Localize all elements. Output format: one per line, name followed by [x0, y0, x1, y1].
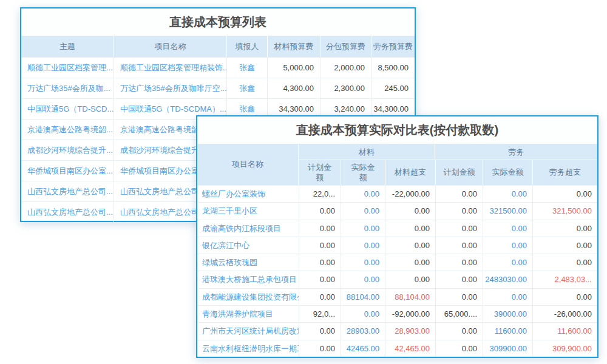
budget-list-header-row: 主题 项目名称 填报人 材料预算费 分包预算费 劳务预算费 — [21, 36, 415, 57]
material-actual-link[interactable]: 0.00 — [341, 271, 385, 288]
col-header-subject: 主题 — [21, 36, 114, 57]
material-actual-link[interactable]: 42465.00 — [341, 340, 385, 357]
labor-fee-value: 8,500.00 — [371, 58, 415, 78]
labor-actual-link[interactable]: 0.00 — [483, 186, 532, 202]
labor-plan-value: 0.00 — [435, 237, 483, 254]
subject-link[interactable]: 万达广场35#会所及咖... — [21, 78, 114, 98]
reporter-link[interactable]: 张鑫 — [226, 58, 267, 78]
labor-actual-link[interactable]: 39000.00 — [483, 306, 532, 322]
labor-overrun-value: 0.00 — [532, 237, 597, 254]
material-plan-value: 92,0... — [299, 306, 341, 322]
project-link[interactable]: 万达广场35#会所及咖啡厅空... — [114, 78, 226, 98]
subject-link[interactable]: 成都沙河环境综合提升... — [21, 140, 114, 160]
col-header-reporter: 填报人 — [226, 36, 267, 57]
labor-actual-link[interactable]: 0.00 — [483, 220, 532, 237]
col-header-material-actual: 实际金额 — [341, 160, 385, 185]
table-row: 螺丝厂办公室装饰 22,0... 0.00 -22,000.00 0.00 0.… — [197, 185, 597, 202]
labor-overrun-value: 309,900.00 — [532, 340, 597, 357]
subcontract-fee-value: 2,000.00 — [320, 58, 371, 78]
project-name-link[interactable]: 龙湖三千里小区 — [197, 203, 299, 219]
material-plan-value: 0.00 — [299, 271, 341, 288]
labor-plan-value: 0.00 — [435, 203, 483, 219]
reporter-link[interactable]: 张鑫 — [226, 78, 267, 98]
labor-actual-link[interactable]: 2483030.00 — [483, 271, 532, 288]
labor-overrun-value: 0.00 — [532, 254, 597, 271]
table-row: 成渝高铁内江标段项目 0.00 0.00 0.00 0.00 0.00 0.00 — [197, 220, 597, 237]
material-actual-link[interactable]: 0.00 — [341, 306, 385, 322]
material-plan-value: 0.00 — [299, 254, 341, 271]
table-row: 绿城云栖玫瑰园 0.00 0.00 0.00 0.00 0.00 0.00 — [197, 254, 597, 271]
labor-overrun-value: 321,500.00 — [532, 203, 597, 219]
col-header-subcontract-fee: 分包预算费 — [320, 36, 371, 57]
labor-actual-link[interactable]: 321500.00 — [483, 203, 532, 219]
project-name-link[interactable]: 云南水利枢纽潜明水库一期工 — [197, 340, 299, 357]
labor-overrun-value: 11,600.00 — [532, 323, 597, 339]
table-row: 港珠澳大桥施工总承包项目 0.00 0.00 0.00 0.00 2483030… — [197, 271, 597, 288]
labor-overrun-value: 0.00 — [532, 289, 597, 305]
material-plan-value: 0.00 — [299, 220, 341, 237]
subject-link[interactable]: 京港澳高速公路粤境韶... — [21, 120, 114, 140]
project-name-link[interactable]: 绿城云栖玫瑰园 — [197, 254, 299, 271]
group-header-material: 材料 — [299, 144, 435, 160]
material-overrun-value: 0.00 — [385, 254, 435, 271]
labor-overrun-value: -26,000.00 — [532, 306, 597, 322]
labor-plan-value: 0.00 — [435, 254, 483, 271]
material-overrun-value: 88,104.00 — [385, 289, 435, 305]
project-name-link[interactable]: 螺丝厂办公室装饰 — [197, 186, 299, 202]
material-actual-link[interactable]: 88104.00 — [341, 289, 385, 305]
project-name-link[interactable]: 成都能源建设集团投资有限公 — [197, 289, 299, 305]
col-header-labor-fee: 劳务预算费 — [371, 36, 415, 57]
group-header-labor: 劳务 — [435, 144, 597, 160]
labor-plan-value: 0.00 — [435, 186, 483, 202]
subject-link[interactable]: 华侨城项目南区办公室... — [21, 161, 114, 181]
labor-actual-link[interactable]: 309900.00 — [483, 340, 532, 357]
labor-actual-link[interactable]: 0.00 — [483, 254, 532, 271]
table-row: 银亿滨江中心 0.00 0.00 0.00 0.00 0.00 0.00 — [197, 237, 597, 254]
labor-actual-link[interactable]: 11600.00 — [483, 323, 532, 339]
material-plan-value: 0.00 — [299, 203, 341, 219]
table-row: 成都能源建设集团投资有限公 0.00 88104.00 88,104.00 0.… — [197, 288, 597, 305]
table-row: 龙湖三千里小区 0.00 0.00 0.00 0.00 321500.00 32… — [197, 202, 597, 219]
material-actual-link[interactable]: 0.00 — [341, 254, 385, 271]
project-link[interactable]: 顺德工业园区档案管理精装饰... — [114, 58, 226, 78]
labor-plan-value: 65,000.... — [435, 306, 483, 322]
project-name-link[interactable]: 青海洪湖养护院项目 — [197, 306, 299, 322]
material-overrun-value: 0.00 — [385, 237, 435, 254]
project-name-link[interactable]: 广州市天河区统计局机房改造 — [197, 323, 299, 339]
material-plan-value: 0.00 — [299, 237, 341, 254]
labor-overrun-value: 0.00 — [532, 186, 597, 202]
col-header-project-name: 项目名称 — [197, 144, 299, 185]
col-header-material-fee: 材料预算费 — [267, 36, 320, 57]
material-overrun-value: -22,000.00 — [385, 186, 435, 202]
compare-table-header: 项目名称 材料 劳务 计划金额 实际金额 材料超支 计划金额 实际金额 劳务超支 — [197, 144, 597, 185]
material-actual-link[interactable]: 0.00 — [341, 186, 385, 202]
material-overrun-value: 42,465.00 — [385, 340, 435, 357]
budget-actual-compare-window: 直接成本预算实际对比表(按付款取数) 项目名称 材料 劳务 计划金额 实际金额 … — [196, 115, 599, 358]
material-actual-link[interactable]: 0.00 — [341, 237, 385, 254]
labor-fee-value: 245.00 — [371, 78, 415, 98]
labor-actual-link[interactable]: 0.00 — [483, 237, 532, 254]
project-name-link[interactable]: 港珠澳大桥施工总承包项目 — [197, 271, 299, 288]
table-row: 顺德工业园区档案管理... 顺德工业园区档案管理精装饰... 张鑫 5,000.… — [21, 57, 415, 78]
material-plan-value: 0.00 — [299, 340, 341, 357]
material-fee-value: 4,300.00 — [267, 78, 320, 98]
material-plan-value: 0.00 — [299, 289, 341, 305]
project-name-link[interactable]: 成渝高铁内江标段项目 — [197, 220, 299, 237]
material-actual-link[interactable]: 0.00 — [341, 220, 385, 237]
subject-link[interactable]: 山西弘文房地产总公司... — [21, 202, 114, 222]
labor-actual-link[interactable]: 0.00 — [483, 289, 532, 305]
labor-plan-value: 0.00 — [435, 340, 483, 357]
subject-link[interactable]: 中国联通5G（TD-SCD... — [21, 99, 114, 119]
subject-link[interactable]: 山西弘文房地产总公司... — [21, 181, 114, 201]
material-overrun-value: 0.00 — [385, 203, 435, 219]
col-header-material-overrun: 材料超支 — [385, 160, 435, 185]
material-overrun-value: 28,903.00 — [385, 323, 435, 339]
material-actual-link[interactable]: 28903.00 — [341, 323, 385, 339]
budget-compare-title: 直接成本预算实际对比表(按付款取数) — [197, 116, 597, 144]
table-row: 万达广场35#会所及咖... 万达广场35#会所及咖啡厅空... 张鑫 4,30… — [21, 78, 415, 98]
subject-link[interactable]: 顺德工业园区档案管理... — [21, 58, 114, 78]
material-overrun-value: -92,000.00 — [385, 306, 435, 322]
project-name-link[interactable]: 银亿滨江中心 — [197, 237, 299, 254]
material-actual-link[interactable]: 0.00 — [341, 203, 385, 219]
labor-plan-value: 0.00 — [435, 220, 483, 237]
